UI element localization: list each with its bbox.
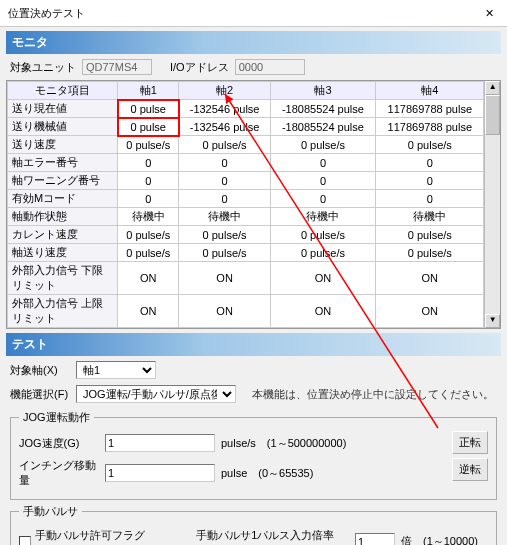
pulser-legend: 手動パルサ bbox=[19, 504, 82, 519]
cell: ON bbox=[118, 295, 179, 328]
cell: 0 pulse/s bbox=[376, 244, 484, 262]
row-label: 送り速度 bbox=[8, 136, 118, 154]
io-addr-label: I/Oアドレス bbox=[170, 60, 229, 75]
row-label: 送り機械値 bbox=[8, 118, 118, 136]
row-label: 軸エラー番号 bbox=[8, 154, 118, 172]
cell: -18085524 pulse bbox=[270, 100, 375, 118]
cell: 0 pulse/s bbox=[270, 226, 375, 244]
cell: 待機中 bbox=[270, 208, 375, 226]
cell: 0 bbox=[118, 190, 179, 208]
cell: 0 bbox=[270, 172, 375, 190]
cell: ON bbox=[270, 262, 375, 295]
table-row: 軸送り速度0 pulse/s0 pulse/s0 pulse/s0 pulse/… bbox=[8, 244, 484, 262]
table-row: 外部入力信号 下限リミットONONONON bbox=[8, 262, 484, 295]
table-row: 送り現在値0 pulse-132546 pulse-18085524 pulse… bbox=[8, 100, 484, 118]
table-row: 軸エラー番号0000 bbox=[8, 154, 484, 172]
cell: 0 bbox=[179, 172, 270, 190]
cell: 0 bbox=[376, 172, 484, 190]
row-label: 軸ワーニング番号 bbox=[8, 172, 118, 190]
monitor-table: モニタ項目 軸1 軸2 軸3 軸4 送り現在値0 pulse-132546 pu… bbox=[6, 80, 501, 329]
inching-label: インチング移動量 bbox=[19, 458, 99, 488]
cell: 0 bbox=[270, 190, 375, 208]
row-label: 有効Mコード bbox=[8, 190, 118, 208]
cell: 0 pulse/s bbox=[118, 226, 179, 244]
cell: 0 pulse/s bbox=[118, 244, 179, 262]
cell: 待機中 bbox=[179, 208, 270, 226]
jog-legend: JOG運転動作 bbox=[19, 410, 94, 425]
row-label: カレント速度 bbox=[8, 226, 118, 244]
jog-reverse-button[interactable]: 逆転 bbox=[452, 458, 488, 481]
cell: 0 pulse/s bbox=[179, 136, 270, 154]
cell: 0 bbox=[376, 190, 484, 208]
cell: 0 pulse/s bbox=[270, 244, 375, 262]
cell: 0 pulse bbox=[118, 100, 179, 118]
close-icon[interactable]: ✕ bbox=[479, 4, 499, 22]
titlebar: 位置決めテスト ✕ bbox=[0, 0, 507, 27]
func-note: 本機能は、位置決め停止中に設定してください。 bbox=[252, 387, 494, 402]
cell: 0 bbox=[270, 154, 375, 172]
row-label: 外部入力信号 上限リミット bbox=[8, 295, 118, 328]
func-select-label: 機能選択(F) bbox=[10, 387, 70, 402]
pulser-enable-checkbox[interactable]: 手動パルサ許可フラグ(N) bbox=[19, 528, 160, 545]
cell: 0 bbox=[118, 172, 179, 190]
pulser-mag-input[interactable] bbox=[355, 533, 395, 546]
jog-speed-unit: pulse/s (1～500000000) bbox=[221, 436, 346, 451]
col-header-axis4: 軸4 bbox=[376, 82, 484, 100]
col-header-item: モニタ項目 bbox=[8, 82, 118, 100]
target-unit-label: 対象ユニット bbox=[10, 60, 76, 75]
target-axis-select[interactable]: 軸1 bbox=[76, 361, 156, 379]
table-row: 送り速度0 pulse/s0 pulse/s0 pulse/s0 pulse/s bbox=[8, 136, 484, 154]
table-row: 軸ワーニング番号0000 bbox=[8, 172, 484, 190]
cell: 待機中 bbox=[118, 208, 179, 226]
row-label: 外部入力信号 下限リミット bbox=[8, 262, 118, 295]
row-label: 軸動作状態 bbox=[8, 208, 118, 226]
jog-speed-label: JOG速度(G) bbox=[19, 436, 99, 451]
cell: 0 pulse/s bbox=[270, 136, 375, 154]
monitor-header: モニタ bbox=[6, 31, 501, 54]
table-row: 送り機械値0 pulse-132546 pulse-18085524 pulse… bbox=[8, 118, 484, 136]
inching-unit: pulse (0～65535) bbox=[221, 466, 313, 481]
cell: ON bbox=[376, 295, 484, 328]
pulser-group: 手動パルサ 手動パルサ許可フラグ(N) 手動パルサ1パルス入力倍率(P) 倍 (… bbox=[10, 504, 497, 545]
jog-forward-button[interactable]: 正転 bbox=[452, 431, 488, 454]
cell: 0 pulse bbox=[118, 118, 179, 136]
inching-input[interactable] bbox=[105, 464, 215, 482]
pulser-mag-unit: 倍 (1～10000) bbox=[401, 534, 478, 545]
cell: 待機中 bbox=[376, 208, 484, 226]
io-addr-value: 0000 bbox=[235, 59, 305, 75]
cell: 0 bbox=[118, 154, 179, 172]
table-row: 有効Mコード0000 bbox=[8, 190, 484, 208]
table-row: 外部入力信号 上限リミットONONONON bbox=[8, 295, 484, 328]
cell: -132546 pulse bbox=[179, 100, 270, 118]
col-header-axis1: 軸1 bbox=[118, 82, 179, 100]
table-scrollbar[interactable]: ▲ ▼ bbox=[484, 81, 500, 328]
table-row: 軸動作状態待機中待機中待機中待機中 bbox=[8, 208, 484, 226]
cell: 0 pulse/s bbox=[118, 136, 179, 154]
cell: ON bbox=[118, 262, 179, 295]
row-label: 送り現在値 bbox=[8, 100, 118, 118]
func-select[interactable]: JOG運転/手動パルサ/原点復帰 bbox=[76, 385, 236, 403]
col-header-axis3: 軸3 bbox=[270, 82, 375, 100]
cell: ON bbox=[270, 295, 375, 328]
cell: 0 pulse/s bbox=[179, 244, 270, 262]
col-header-axis2: 軸2 bbox=[179, 82, 270, 100]
cell: ON bbox=[376, 262, 484, 295]
jog-speed-input[interactable] bbox=[105, 434, 215, 452]
cell: 0 bbox=[179, 154, 270, 172]
cell: 0 pulse/s bbox=[376, 226, 484, 244]
test-header: テスト bbox=[6, 333, 501, 356]
cell: ON bbox=[179, 262, 270, 295]
cell: 117869788 pulse bbox=[376, 100, 484, 118]
scroll-up-icon[interactable]: ▲ bbox=[485, 81, 500, 95]
row-label: 軸送り速度 bbox=[8, 244, 118, 262]
cell: 117869788 pulse bbox=[376, 118, 484, 136]
target-axis-label: 対象軸(X) bbox=[10, 363, 70, 378]
table-row: カレント速度0 pulse/s0 pulse/s0 pulse/s0 pulse… bbox=[8, 226, 484, 244]
cell: -18085524 pulse bbox=[270, 118, 375, 136]
cell: 0 pulse/s bbox=[376, 136, 484, 154]
scroll-down-icon[interactable]: ▼ bbox=[485, 314, 500, 328]
target-unit-value: QD77MS4 bbox=[82, 59, 152, 75]
cell: 0 bbox=[376, 154, 484, 172]
scroll-thumb[interactable] bbox=[485, 95, 500, 135]
cell: 0 pulse/s bbox=[179, 226, 270, 244]
